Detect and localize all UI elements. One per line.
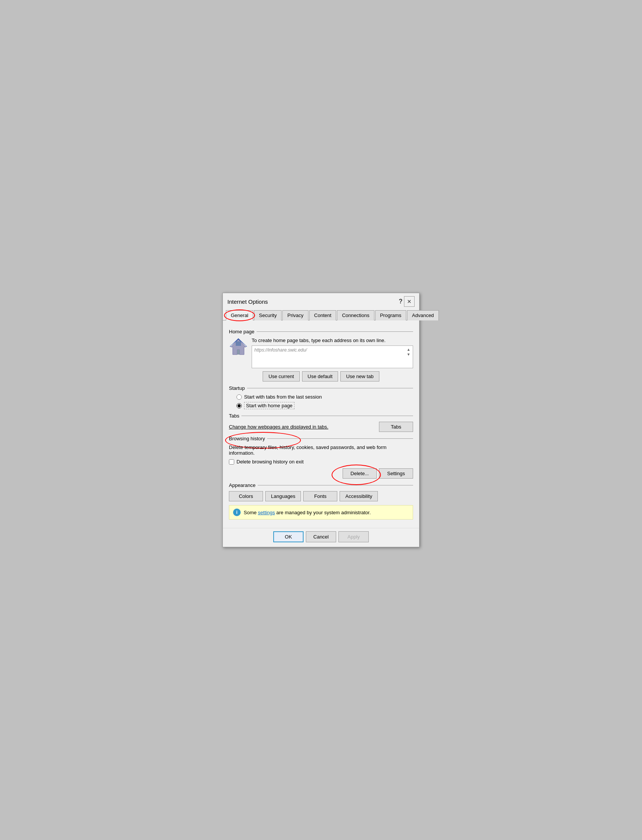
use-current-button[interactable]: Use current <box>263 371 299 382</box>
startup-radio1[interactable] <box>237 395 242 400</box>
delete-button[interactable]: Delete... <box>343 468 377 479</box>
title-bar: Internet Options ? ✕ <box>223 293 419 308</box>
accessibility-button[interactable]: Accessibility <box>340 491 378 501</box>
browsing-history-label: Browsing history <box>229 436 267 442</box>
cancel-button[interactable]: Cancel <box>306 531 336 542</box>
url-scrollbar: ▲ ▼ <box>407 348 410 356</box>
main-content: Home page To create home page tabs, type… <box>223 320 419 528</box>
startup-radio-group: Start with tabs from the last session St… <box>229 394 413 409</box>
home-page-section-header: Home page <box>229 329 413 335</box>
home-page-desc: To create home page tabs, type each addr… <box>252 338 413 343</box>
startup-label: Startup <box>229 385 247 391</box>
info-text-before: Some <box>244 510 258 515</box>
startup-option1[interactable]: Start with tabs from the last session <box>237 394 413 400</box>
title-bar-left: Internet Options <box>227 299 268 305</box>
svg-rect-3 <box>237 350 240 354</box>
startup-section-header: Startup <box>229 385 413 391</box>
tab-content[interactable]: Content <box>309 310 337 320</box>
delete-on-exit-label: Delete browsing history on exit <box>237 459 303 465</box>
languages-button[interactable]: Languages <box>265 491 301 501</box>
info-bar: i Some settings are managed by your syst… <box>229 505 413 520</box>
info-text-after: are managed by your system administrator… <box>275 510 371 515</box>
tab-programs[interactable]: Programs <box>375 310 406 320</box>
startup-option1-label: Start with tabs from the last session <box>244 394 322 400</box>
appearance-buttons: Colors Languages Fonts Accessibility <box>229 491 413 501</box>
bottom-buttons: OK Cancel Apply <box>223 528 419 547</box>
appearance-label: Appearance <box>229 483 258 488</box>
appearance-divider <box>258 485 413 486</box>
delete-on-exit-checkbox[interactable] <box>229 459 234 465</box>
tabs-desc: Change how webpages are displayed in tab… <box>229 424 328 430</box>
settings-link[interactable]: settings <box>258 510 275 515</box>
tabs-divider <box>242 416 413 416</box>
delete-on-exit-row: Delete browsing history on exit <box>229 459 413 465</box>
help-button[interactable]: ? <box>399 298 402 305</box>
apply-button[interactable]: Apply <box>339 531 369 542</box>
browsing-history-buttons: Delete... Settings <box>229 468 413 479</box>
info-icon: i <box>233 509 241 516</box>
tabs-section-label: Tabs <box>229 413 242 419</box>
startup-divider <box>247 388 413 388</box>
internet-options-dialog: Internet Options ? ✕ General Security Pr… <box>222 293 420 547</box>
appearance-content: Colors Languages Fonts Accessibility <box>229 491 413 501</box>
title-bar-buttons: ? ✕ <box>399 296 415 307</box>
tabs-bar: General Security Privacy Content Connect… <box>223 308 419 320</box>
home-page-label: Home page <box>229 329 256 335</box>
fonts-button[interactable]: Fonts <box>303 491 337 501</box>
tab-security[interactable]: Security <box>254 310 282 320</box>
tabs-button[interactable]: Tabs <box>379 422 413 432</box>
home-page-right: To create home page tabs, type each addr… <box>252 338 413 368</box>
home-page-buttons: Use current Use default Use new tab <box>229 371 413 382</box>
close-button[interactable]: ✕ <box>404 296 415 307</box>
use-new-tab-button[interactable]: Use new tab <box>340 371 379 382</box>
browsing-history-content: Delete temporary files, history, cookies… <box>229 444 413 479</box>
tabs-content: Change how webpages are displayed in tab… <box>229 422 413 432</box>
ok-button[interactable]: OK <box>273 531 303 542</box>
browsing-history-divider <box>267 439 413 439</box>
svg-rect-1 <box>236 341 241 346</box>
info-text: Some settings are managed by your system… <box>244 510 371 515</box>
startup-section: Start with tabs from the last session St… <box>229 394 413 409</box>
dialog-title: Internet Options <box>227 299 268 305</box>
settings-button[interactable]: Settings <box>379 468 413 479</box>
house-icon <box>229 338 248 356</box>
home-page-content: To create home page tabs, type each addr… <box>229 338 413 368</box>
use-default-button[interactable]: Use default <box>302 371 339 382</box>
browsing-history-desc: Delete temporary files, history, cookies… <box>229 444 413 456</box>
url-box[interactable]: https://infoshare.swic.edu/ ▲ ▼ <box>252 346 413 368</box>
tab-general[interactable]: General <box>226 310 253 320</box>
tab-advanced[interactable]: Advanced <box>407 310 439 320</box>
startup-option2[interactable]: Start with home page <box>237 402 413 409</box>
home-page-divider <box>256 331 413 332</box>
colors-button[interactable]: Colors <box>229 491 263 501</box>
startup-option2-label: Start with home page <box>244 402 295 409</box>
tab-connections[interactable]: Connections <box>337 310 374 320</box>
url-text: https://infoshare.swic.edu/ <box>254 348 307 353</box>
appearance-section-header: Appearance <box>229 483 413 488</box>
tab-privacy[interactable]: Privacy <box>282 310 308 320</box>
tabs-section-header: Tabs <box>229 413 413 419</box>
browsing-history-section-header: Browsing history <box>229 436 413 442</box>
startup-radio2[interactable] <box>237 403 242 408</box>
